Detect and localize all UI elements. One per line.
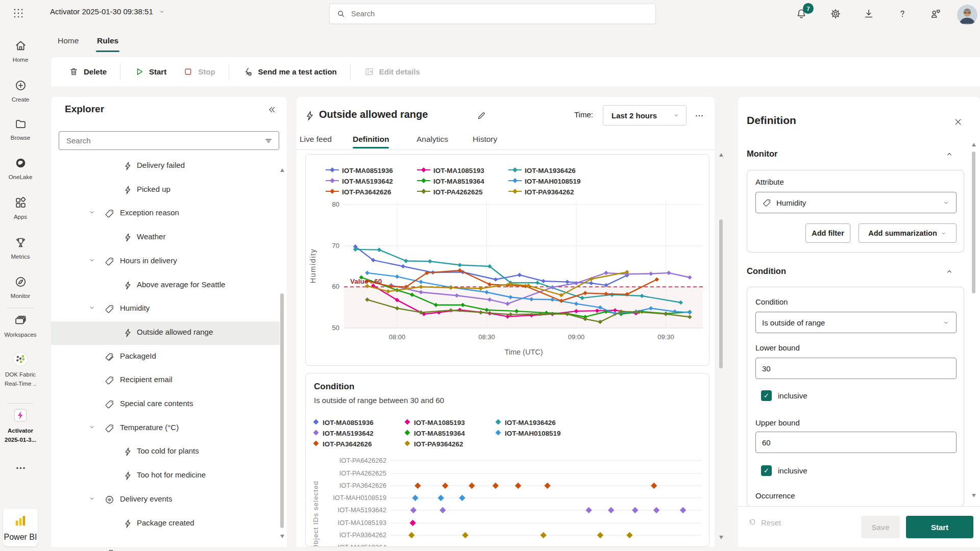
tree-item-packageid[interactable]: PackageId [51, 345, 280, 369]
lightning-rule-icon [122, 280, 133, 293]
close-panel-button[interactable] [951, 115, 965, 129]
settings-button[interactable] [826, 7, 845, 21]
collapse-explorer-button[interactable] [264, 102, 280, 117]
tree-item-label: Temperature (°C) [120, 423, 179, 432]
scroll-down-arrow[interactable] [972, 494, 976, 497]
rail-item-apps[interactable]: Apps [0, 196, 41, 221]
tab-analytics[interactable]: Analytics [416, 129, 448, 149]
scroll-up-arrow[interactable] [719, 153, 723, 157]
tab-home[interactable]: Home [58, 27, 79, 55]
legend-item-IOT-MA0851936[interactable]: IOT-MA0851936 [326, 167, 393, 174]
edit-details-button[interactable]: Edit details [356, 62, 428, 82]
start-rule-button[interactable]: Start [906, 516, 973, 538]
power-bi-button[interactable]: Power BI [3, 509, 38, 546]
tree-item-hours-in-delivery[interactable]: Hours in delivery [51, 250, 280, 273]
start-button[interactable]: Start [126, 62, 175, 82]
tree-item-too-hot-for-medicine[interactable]: Too hot for medicine [51, 464, 280, 488]
explorer-search-input[interactable] [65, 136, 263, 145]
scroll-up-arrow[interactable] [280, 168, 284, 172]
upper-inclusive-checkbox[interactable]: ✓ [761, 465, 772, 476]
rail-item-workspaces[interactable]: Workspaces [0, 314, 41, 339]
lower-inclusive-checkbox[interactable]: ✓ [761, 390, 772, 401]
tree-item-special-care-contents[interactable]: Special care contents [51, 393, 280, 416]
rail-item-browse[interactable]: Browse [0, 117, 41, 142]
tree-item-picked-up[interactable]: Picked up [51, 179, 280, 202]
legend-item-IOT-MA1085193[interactable]: IOT-MA1085193 [417, 167, 484, 174]
lower-bound-input[interactable] [755, 358, 957, 379]
feedback-button[interactable] [926, 7, 945, 21]
rail-item-monitor[interactable]: Monitor [0, 275, 41, 300]
tree-item-exception-reason[interactable]: Exception reason [51, 202, 280, 226]
tab-definition[interactable]: Definition [353, 129, 389, 149]
waffle-menu-icon[interactable] [9, 6, 28, 20]
tree-item-delivery-events[interactable]: Delivery events [51, 488, 280, 512]
help-button[interactable] [893, 7, 912, 21]
stop-icon [183, 66, 193, 77]
series-marker-icon [417, 188, 430, 196]
more-options-button[interactable] [694, 110, 705, 123]
condition-dropdown[interactable]: Is outside of range [755, 312, 957, 333]
legend-item-IOT-MA1936426[interactable]: IOT-MA1936426 [508, 167, 576, 174]
legend-item-IOT-PA4262625[interactable]: IOT-PA4262625 [417, 188, 483, 196]
tree-item-above-average-for-seattle[interactable]: Above average for Seattle [51, 274, 280, 297]
legend-item-IOT-PA9364262[interactable]: IOT-PA9364262 [508, 188, 574, 196]
scroll-up-arrow[interactable] [972, 143, 976, 146]
edit-title-icon[interactable] [476, 110, 487, 121]
chevron-down-icon[interactable] [88, 423, 96, 433]
chevron-down-icon[interactable] [88, 494, 96, 505]
reset-button[interactable]: Reset [747, 518, 781, 528]
legend-item-IOT-MA8519364[interactable]: IOT-MA8519364 [417, 178, 484, 185]
tree-item-weather[interactable]: Weather [51, 226, 280, 249]
collapse-monitor-button[interactable] [943, 148, 955, 160]
rail-item-label: Monitor [11, 292, 30, 300]
add-summarization-button[interactable]: Add summarization [859, 223, 957, 243]
tree-item-recipient-email[interactable]: Recipient email [51, 369, 280, 392]
tree-item-delivery-failed[interactable]: Delivery failed [51, 155, 280, 178]
legend-item-IOT-MAH0108519[interactable]: IOT-MAH0108519 [508, 178, 581, 185]
delete-button[interactable]: Delete [60, 62, 115, 82]
rail-item-create[interactable]: Create [0, 79, 41, 104]
tree-item[interactable] [51, 542, 280, 551]
rail-item-dok-fabric[interactable]: DOK FabricReal-Time .. [0, 351, 41, 388]
tree-item-humidity[interactable]: Humidity [51, 297, 280, 321]
downloads-button[interactable] [860, 7, 878, 21]
time-range-dropdown[interactable]: Last 2 hours [603, 105, 687, 126]
send-test-action-button[interactable]: Send me a test action [234, 62, 345, 82]
svg-text:IOT-MAH0108519: IOT-MAH0108519 [333, 494, 386, 502]
chevron-down-icon[interactable] [88, 304, 96, 314]
legend-item-IOT-PA3642626[interactable]: IOT-PA3642626 [326, 188, 391, 196]
filter-icon[interactable] [263, 136, 274, 146]
upper-bound-input[interactable] [755, 432, 957, 453]
tree-item-package-created[interactable]: Package created [51, 512, 280, 536]
tab-live-feed[interactable]: Live feed [300, 129, 332, 149]
power-bi-label: Power BI [4, 533, 37, 542]
stop-button[interactable]: Stop [175, 62, 223, 82]
legend-item-IOT-MA5193642[interactable]: IOT-MA5193642 [326, 178, 393, 185]
chevron-down-icon[interactable] [88, 256, 96, 266]
chevron-down-icon[interactable] [88, 208, 96, 218]
tree-item-too-cold-for-plants[interactable]: Too cold for plants [51, 440, 280, 464]
chevron-down-icon[interactable] [88, 548, 96, 551]
scrollbar-thumb[interactable] [972, 152, 975, 293]
attribute-dropdown[interactable]: Humidity [755, 192, 957, 213]
scrollbar-thumb[interactable] [719, 219, 723, 368]
rail-item-more[interactable] [0, 461, 41, 477]
panel-title: Definition [747, 114, 796, 127]
rail-item-home[interactable]: Home [0, 39, 41, 64]
tab-history[interactable]: History [473, 129, 497, 149]
collapse-condition-button[interactable] [943, 265, 955, 278]
app-title-menu[interactable]: Activator 2025-01-30 09:38:51 [50, 7, 165, 16]
tab-rules[interactable]: Rules [97, 27, 118, 55]
scroll-down-arrow[interactable] [719, 536, 723, 539]
rail-item-metrics[interactable]: Metrics [0, 236, 41, 261]
avatar[interactable] [957, 5, 977, 25]
scroll-down-arrow[interactable] [280, 535, 284, 538]
rail-item-activator[interactable]: Activator2025-01-3... [0, 407, 41, 444]
tree-item-temperature-c-[interactable]: Temperature (°C) [51, 417, 280, 440]
save-button[interactable]: Save [861, 516, 900, 538]
tree-item-outside-allowed-range[interactable]: Outside allowed range [51, 321, 280, 345]
rail-item-onelake[interactable]: OneLake [0, 156, 41, 181]
scrollbar-thumb[interactable] [280, 293, 284, 528]
search-input[interactable] [350, 9, 649, 18]
add-filter-button[interactable]: Add filter [805, 223, 850, 243]
